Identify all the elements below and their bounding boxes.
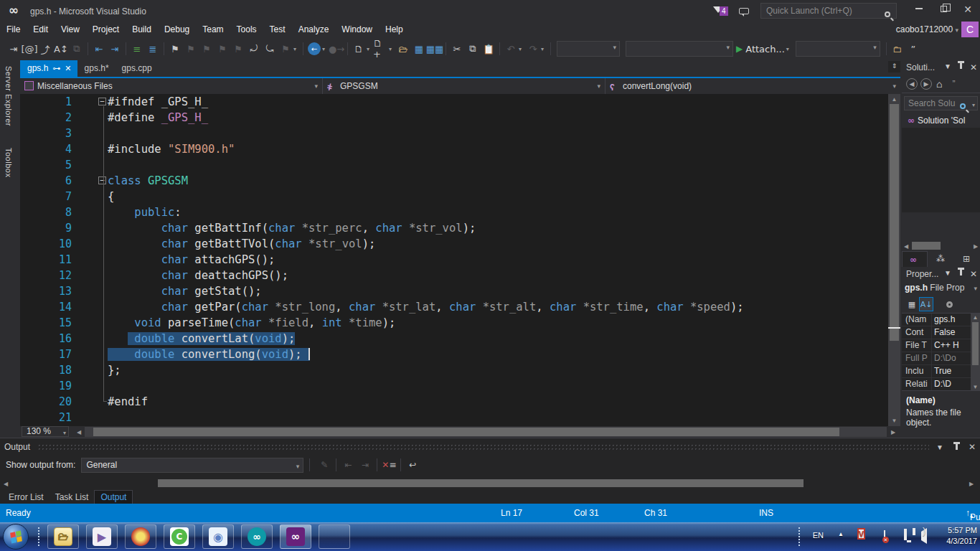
window-menu-icon[interactable]: ▼ bbox=[944, 269, 951, 277]
antivirus-tray-icon[interactable]: V bbox=[857, 529, 865, 539]
word-wrap-icon[interactable]: ↩ bbox=[404, 460, 421, 470]
dropdown-caret-icon[interactable]: ▾ bbox=[519, 46, 525, 52]
document-tab-gpsh[interactable]: gps.h* bbox=[77, 60, 115, 77]
code-line-4[interactable]: 4#include "SIM900.h" bbox=[20, 141, 888, 157]
project-dropdown[interactable]: Miscellaneous Files bbox=[20, 78, 323, 94]
menu-tools[interactable]: Tools bbox=[230, 22, 263, 37]
property-pages-icon[interactable] bbox=[942, 297, 956, 311]
taskbar-app-arduino-ide[interactable]: ∞ bbox=[241, 524, 273, 549]
scrollbar-thumb[interactable] bbox=[890, 104, 899, 341]
taskbar-app-colored-squares-app[interactable] bbox=[319, 524, 350, 549]
next-bookmark-icon[interactable]: ⚑ bbox=[199, 41, 215, 57]
uncomment-icon[interactable]: ≣ bbox=[145, 41, 161, 57]
scroll-right-icon[interactable]: ▶ bbox=[971, 243, 980, 250]
member-dropdown[interactable]: ʕconvertLong(void) bbox=[606, 78, 900, 94]
solution-root-node[interactable]: ∞Solution 'Sol bbox=[902, 113, 980, 128]
next-doc-bookmark-icon[interactable]: ⤿ bbox=[262, 41, 278, 57]
next-message-icon[interactable]: ⇥ bbox=[357, 460, 374, 470]
dropdown-caret-icon[interactable]: ▾ bbox=[293, 46, 300, 52]
taskbar-app-windows-explorer[interactable]: 🗁 bbox=[47, 524, 79, 549]
menu-project[interactable]: Project bbox=[86, 22, 126, 37]
editor-vertical-scrollbar[interactable]: ⇕ ▲ ▼ bbox=[888, 94, 900, 426]
alphabetical-sort-icon[interactable]: A↓ bbox=[919, 297, 933, 311]
navigate-forward-icon[interactable]: ●→ bbox=[329, 41, 344, 57]
bottom-tab-output[interactable]: Output bbox=[94, 490, 133, 504]
scroll-up-icon[interactable]: ▲ bbox=[888, 96, 900, 103]
clear-all-icon[interactable]: ✕≡ bbox=[380, 460, 397, 470]
prev-bookmark-icon[interactable]: ⚑ bbox=[183, 41, 199, 57]
find-message-icon[interactable]: ✎ bbox=[316, 460, 333, 470]
prev-folder-bookmark-icon[interactable]: ⚑ bbox=[215, 41, 230, 57]
save-icon[interactable]: ▦ bbox=[411, 41, 427, 57]
network-icon[interactable] bbox=[904, 530, 907, 539]
output-horizontal-scrollbar[interactable]: ◀ ▶ bbox=[0, 479, 973, 489]
code-line-15[interactable]: 15 void parseTime(char *field, int *time… bbox=[20, 315, 888, 331]
document-tab-gpsh[interactable]: gps.h⊶✕ bbox=[20, 60, 77, 77]
code-line-7[interactable]: 7{ bbox=[20, 189, 888, 204]
scrollbar-thumb[interactable] bbox=[93, 428, 839, 436]
scroll-left-icon[interactable]: ◀ bbox=[1, 481, 10, 487]
output-source-dropdown[interactable]: General bbox=[81, 458, 303, 473]
taskbar-app-kmplayer[interactable]: ▶ bbox=[86, 524, 118, 549]
undo-icon[interactable]: ↶ bbox=[503, 41, 519, 57]
property-row[interactable]: ContFalse bbox=[902, 326, 980, 339]
bottom-tab-task-list[interactable]: Task List bbox=[50, 490, 95, 504]
open-folder-icon[interactable]: 🗁 bbox=[395, 41, 411, 57]
taskbar-app-visual-studio[interactable]: ∞ bbox=[280, 524, 311, 549]
code-line-1[interactable]: 1−#ifndef _GPS_H_ bbox=[20, 94, 888, 110]
cut-icon[interactable]: ✂ bbox=[449, 41, 465, 57]
attach-button[interactable]: ▶Attach...▾ bbox=[736, 41, 793, 57]
scroll-left-icon[interactable]: ◀ bbox=[902, 243, 910, 250]
scroll-right-icon[interactable]: ▶ bbox=[967, 481, 976, 487]
code-line-3[interactable]: 3 bbox=[20, 126, 888, 141]
menu-view[interactable]: View bbox=[55, 22, 86, 37]
navigate-backward-icon[interactable]: ← bbox=[308, 42, 321, 55]
close-icon[interactable]: ✕ bbox=[970, 269, 977, 279]
code-line-11[interactable]: 11 char attachGPS(); bbox=[20, 252, 888, 268]
dropdown-caret-icon[interactable]: ▾ bbox=[541, 46, 547, 52]
dropdown-caret-icon[interactable]: ▾ bbox=[322, 46, 329, 52]
close-icon[interactable]: ✕ bbox=[969, 442, 976, 452]
copy-icon[interactable]: ⧉ bbox=[465, 41, 481, 57]
window-menu-icon[interactable]: ▼ bbox=[944, 62, 951, 70]
code-line-16[interactable]: 16 double convertLat(void); bbox=[20, 331, 888, 347]
next-folder-bookmark-icon[interactable]: ⚑ bbox=[230, 41, 246, 57]
taskbar-app-emblem-app[interactable] bbox=[125, 524, 156, 549]
menu-file[interactable]: File bbox=[0, 22, 27, 37]
feedback-icon[interactable] bbox=[739, 6, 749, 17]
toolbar-overflow-icon[interactable]: ” bbox=[905, 41, 921, 57]
code-line-5[interactable]: 5 bbox=[20, 157, 888, 173]
dropdown-caret-icon[interactable]: ▾ bbox=[367, 46, 373, 52]
notification-count-badge[interactable]: 4 bbox=[720, 6, 728, 16]
code-line-18[interactable]: 18}; bbox=[20, 362, 888, 378]
zoom-level-dropdown[interactable]: 130 % bbox=[22, 426, 69, 437]
code-line-19[interactable]: 19 bbox=[20, 378, 888, 394]
property-grid[interactable]: (Namgps.hContFalseFile TC++ HFull PD:\Do… bbox=[902, 313, 980, 390]
navigate-to-icon[interactable]: ⇥ bbox=[6, 41, 22, 57]
clock[interactable]: 5:57 PM 4/3/2017 bbox=[946, 525, 977, 547]
menu-team[interactable]: Team bbox=[196, 22, 230, 37]
code-line-17[interactable]: 17 double convertLong(void); bbox=[20, 347, 888, 362]
type-dropdown[interactable]: ҂GPSGSM bbox=[323, 78, 606, 94]
property-row[interactable]: (Namgps.h bbox=[902, 314, 980, 326]
property-row[interactable]: RelatiD:\D bbox=[902, 378, 980, 390]
back-icon[interactable]: ◀ bbox=[906, 78, 918, 90]
object-selector-dropdown[interactable]: gps.h File Prop ▾ bbox=[902, 281, 980, 296]
editor-horizontal-scrollbar[interactable] bbox=[85, 427, 887, 437]
config-combo[interactable] bbox=[557, 41, 620, 57]
publish-button[interactable]: ↑ Publish ▴ bbox=[966, 508, 970, 518]
toolbar-overflow-icon[interactable]: ” bbox=[952, 79, 955, 89]
platform-combo[interactable] bbox=[626, 41, 733, 57]
bottom-tab-error-list[interactable]: Error List bbox=[3, 490, 50, 504]
menu-build[interactable]: Build bbox=[126, 22, 158, 37]
property-row[interactable]: IncluTrue bbox=[902, 365, 980, 378]
code-line-8[interactable]: 8 public: bbox=[20, 204, 888, 220]
property-row[interactable]: Full PD:\Do bbox=[902, 352, 980, 365]
unindent-icon[interactable]: ⇤ bbox=[91, 41, 107, 57]
toggle-bookmark-icon[interactable]: ⚑ bbox=[167, 41, 183, 57]
code-line-6[interactable]: 6−class GPSGSM bbox=[20, 173, 888, 189]
pin-icon[interactable] bbox=[958, 62, 964, 70]
action-center-flag-icon[interactable] bbox=[884, 530, 885, 539]
text-symbol-icon[interactable]: A↕ bbox=[53, 41, 69, 57]
at-member-icon[interactable]: [@] bbox=[22, 41, 37, 57]
